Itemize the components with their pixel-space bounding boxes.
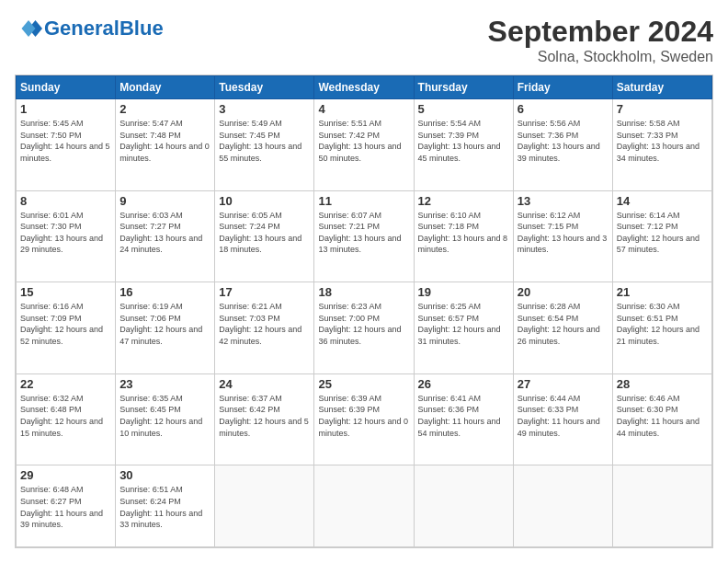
sunrise-text: Sunrise: 6:16 AM [20,301,111,313]
sunrise-text: Sunrise: 5:47 AM [119,118,210,130]
sunrise-text: Sunrise: 5:56 AM [518,118,609,130]
day-info: Sunrise: 6:39 AMSunset: 6:39 PMDaylight:… [318,393,409,439]
day-of-week-header: Saturday [612,76,711,99]
sunset-text: Sunset: 6:45 PM [119,404,210,416]
sunrise-text: Sunrise: 6:03 AM [119,210,210,222]
calendar-header: SundayMondayTuesdayWednesdayThursdayFrid… [17,76,712,99]
sunset-text: Sunset: 7:00 PM [318,313,409,325]
calendar-week-row: 15Sunrise: 6:16 AMSunset: 7:09 PMDayligh… [17,282,712,374]
sub-title: Solna, Stockholm, Sweden [488,49,713,65]
sunset-text: Sunset: 6:39 PM [318,404,409,416]
daylight-text: Daylight: 12 hours and 36 minutes. [318,324,409,347]
sunrise-text: Sunrise: 6:35 AM [119,393,210,405]
sunset-text: Sunset: 6:33 PM [518,404,609,416]
calendar-cell: 23Sunrise: 6:35 AMSunset: 6:45 PMDayligh… [116,373,215,465]
day-info: Sunrise: 6:01 AMSunset: 7:30 PMDaylight:… [20,210,111,256]
sunset-text: Sunset: 7:12 PM [617,221,708,233]
daylight-text: Daylight: 11 hours and 39 minutes. [20,508,111,531]
daylight-text: Daylight: 12 hours and 52 minutes. [20,324,111,347]
daylight-text: Daylight: 13 hours and 3 minutes. [518,233,609,256]
calendar-cell: 4Sunrise: 5:51 AMSunset: 7:42 PMDaylight… [314,99,414,191]
sunrise-text: Sunrise: 6:39 AM [318,393,409,405]
daylight-text: Daylight: 13 hours and 39 minutes. [518,141,609,164]
calendar-cell: 2Sunrise: 5:47 AMSunset: 7:48 PMDaylight… [116,99,215,191]
day-number: 21 [617,285,708,299]
sunrise-text: Sunrise: 5:54 AM [418,118,509,130]
sunrise-text: Sunrise: 6:46 AM [617,393,708,405]
sunset-text: Sunset: 7:39 PM [418,130,509,142]
day-number: 2 [119,102,210,116]
sunrise-text: Sunrise: 6:25 AM [418,301,509,313]
calendar-cell: 21Sunrise: 6:30 AMSunset: 6:51 PMDayligh… [612,282,711,374]
calendar-cell [414,465,513,547]
sunset-text: Sunset: 7:18 PM [418,221,509,233]
day-of-week-header: Wednesday [314,76,414,99]
day-number: 22 [20,377,111,391]
calendar-body: 1Sunrise: 5:45 AMSunset: 7:50 PMDaylight… [17,99,712,547]
sunset-text: Sunset: 7:33 PM [617,130,708,142]
day-number: 26 [418,377,509,391]
calendar-cell: 12Sunrise: 6:10 AMSunset: 7:18 PMDayligh… [414,190,513,282]
day-info: Sunrise: 5:51 AMSunset: 7:42 PMDaylight:… [318,118,409,164]
calendar-cell: 1Sunrise: 5:45 AMSunset: 7:50 PMDaylight… [17,99,116,191]
day-number: 14 [617,194,708,208]
calendar-table: SundayMondayTuesdayWednesdayThursdayFrid… [16,75,712,547]
day-number: 17 [219,285,310,299]
daylight-text: Daylight: 12 hours and 10 minutes. [119,416,210,439]
day-info: Sunrise: 6:12 AMSunset: 7:15 PMDaylight:… [518,210,609,256]
day-info: Sunrise: 5:56 AMSunset: 7:36 PMDaylight:… [518,118,609,164]
sunset-text: Sunset: 7:24 PM [219,221,310,233]
day-info: Sunrise: 5:47 AMSunset: 7:48 PMDaylight:… [119,118,210,164]
sunset-text: Sunset: 6:24 PM [119,496,210,508]
day-info: Sunrise: 6:25 AMSunset: 6:57 PMDaylight:… [418,301,509,347]
sunrise-text: Sunrise: 6:30 AM [617,301,708,313]
calendar-cell: 26Sunrise: 6:41 AMSunset: 6:36 PMDayligh… [414,373,513,465]
calendar-cell: 28Sunrise: 6:46 AMSunset: 6:30 PMDayligh… [612,373,711,465]
sunset-text: Sunset: 6:36 PM [418,404,509,416]
day-info: Sunrise: 6:21 AMSunset: 7:03 PMDaylight:… [219,301,310,347]
day-number: 24 [219,377,310,391]
sunset-text: Sunset: 7:36 PM [518,130,609,142]
calendar-cell: 16Sunrise: 6:19 AMSunset: 7:06 PMDayligh… [116,282,215,374]
day-number: 10 [219,194,310,208]
day-info: Sunrise: 6:19 AMSunset: 7:06 PMDaylight:… [119,301,210,347]
sunrise-text: Sunrise: 6:07 AM [318,210,409,222]
day-of-week-header: Tuesday [215,76,314,99]
day-number: 27 [518,377,609,391]
sunrise-text: Sunrise: 6:23 AM [318,301,409,313]
sunrise-text: Sunrise: 6:12 AM [518,210,609,222]
logo-general: General [44,17,119,40]
day-of-week-header: Sunday [17,76,116,99]
sunrise-text: Sunrise: 6:10 AM [418,210,509,222]
day-number: 6 [518,102,609,116]
day-number: 29 [20,468,111,482]
day-info: Sunrise: 6:14 AMSunset: 7:12 PMDaylight:… [617,210,708,256]
sunset-text: Sunset: 7:09 PM [20,313,111,325]
day-number: 7 [617,102,708,116]
sunrise-text: Sunrise: 6:51 AM [119,484,210,496]
logo-blue: Blue [119,17,164,40]
day-info: Sunrise: 6:32 AMSunset: 6:48 PMDaylight:… [20,393,111,439]
calendar-cell: 9Sunrise: 6:03 AMSunset: 7:27 PMDaylight… [116,190,215,282]
sunrise-text: Sunrise: 6:32 AM [20,393,111,405]
calendar-cell: 15Sunrise: 6:16 AMSunset: 7:09 PMDayligh… [17,282,116,374]
sunset-text: Sunset: 7:30 PM [20,221,111,233]
calendar-week-row: 8Sunrise: 6:01 AMSunset: 7:30 PMDaylight… [17,190,712,282]
sunrise-text: Sunrise: 6:21 AM [219,301,310,313]
sunrise-text: Sunrise: 5:58 AM [617,118,708,130]
calendar-cell: 22Sunrise: 6:32 AMSunset: 6:48 PMDayligh… [17,373,116,465]
daylight-text: Daylight: 13 hours and 45 minutes. [418,141,509,164]
day-number: 25 [318,377,409,391]
day-number: 3 [219,102,310,116]
daylight-text: Daylight: 14 hours and 0 minutes. [119,141,210,164]
day-number: 5 [418,102,509,116]
sunset-text: Sunset: 6:51 PM [617,313,708,325]
calendar-cell: 19Sunrise: 6:25 AMSunset: 6:57 PMDayligh… [414,282,513,374]
calendar-cell: 30Sunrise: 6:51 AMSunset: 6:24 PMDayligh… [116,465,215,547]
daylight-text: Daylight: 12 hours and 5 minutes. [219,416,310,439]
main-title: September 2024 [488,15,713,49]
day-info: Sunrise: 6:03 AMSunset: 7:27 PMDaylight:… [119,210,210,256]
title-block: September 2024 Solna, Stockholm, Sweden [488,15,713,65]
calendar-week-row: 29Sunrise: 6:48 AMSunset: 6:27 PMDayligh… [17,465,712,547]
header: GeneralBlue September 2024 Solna, Stockh… [15,15,713,65]
